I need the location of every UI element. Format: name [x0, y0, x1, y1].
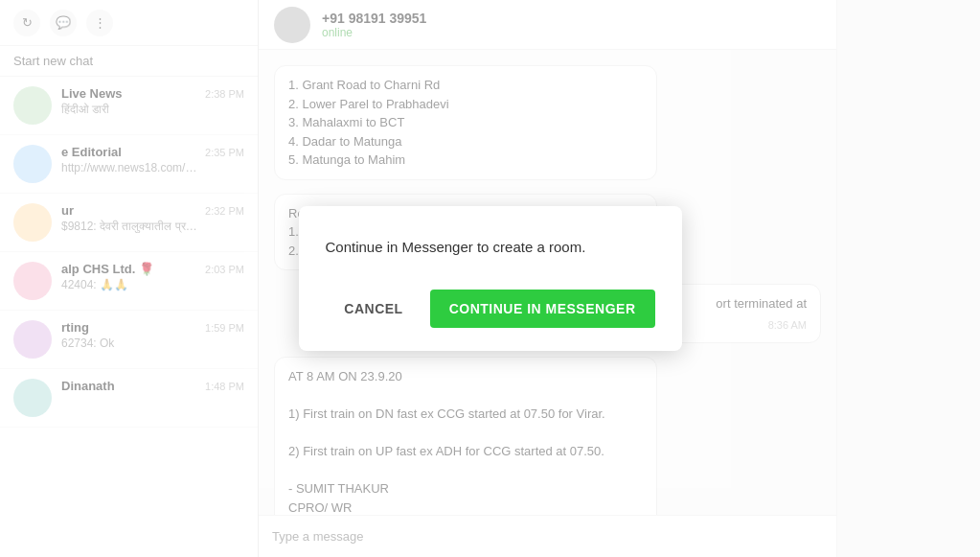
dialog: Continue in Messenger to create a room. …: [299, 206, 682, 351]
continue-messenger-button[interactable]: CONTINUE IN MESSENGER: [430, 290, 655, 328]
app-shell: ↻ 💬 ⋮ Start new chat Live News हिंदीओ डा…: [0, 0, 980, 557]
dialog-message: Continue in Messenger to create a room.: [326, 237, 655, 259]
cancel-button[interactable]: CANCEL: [329, 291, 418, 326]
dialog-overlay: Continue in Messenger to create a room. …: [0, 0, 980, 557]
dialog-buttons: CANCEL CONTINUE IN MESSENGER: [326, 290, 655, 328]
